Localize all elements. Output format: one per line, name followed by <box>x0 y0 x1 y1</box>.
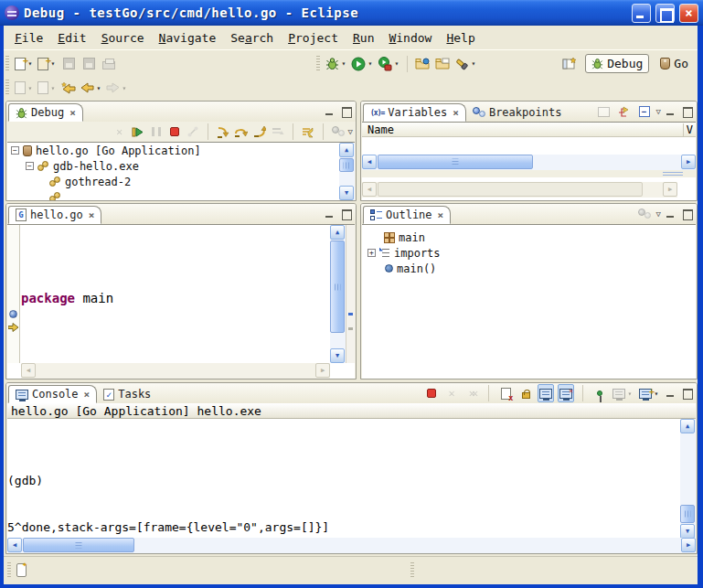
minimize-view-button[interactable] <box>665 208 677 219</box>
terminate-button[interactable] <box>166 123 183 141</box>
tree-row-partial[interactable] <box>7 189 355 201</box>
menu-window[interactable]: Window <box>381 28 439 48</box>
scroll-right-button[interactable]: ▶ <box>663 182 677 197</box>
tab-debug[interactable]: Debug × <box>8 103 83 122</box>
minimize-view-button[interactable] <box>324 106 336 117</box>
scroll-thumb[interactable] <box>378 155 533 169</box>
variables-horizontal-scrollbar[interactable]: ◀ ▶ <box>362 155 696 170</box>
show-type-names-button[interactable] <box>596 102 612 121</box>
tab-outline[interactable]: Outline × <box>363 206 451 224</box>
remove-launch-button[interactable]: ✕ <box>443 384 460 402</box>
collapse-all-button[interactable]: − <box>636 102 653 121</box>
new-wizard-button[interactable]: +▾ <box>13 53 36 75</box>
open-perspective-button[interactable] <box>559 52 580 74</box>
menu-search[interactable]: Search <box>223 28 281 48</box>
close-icon[interactable]: × <box>69 107 76 119</box>
console-vertical-scrollbar[interactable]: ▲ ▼ <box>680 419 696 539</box>
window-maximize-button[interactable] <box>655 4 675 23</box>
scroll-up-button[interactable]: ▲ <box>339 143 354 157</box>
use-step-filters-button[interactable] <box>300 123 316 141</box>
step-return-button[interactable] <box>251 123 268 141</box>
remove-terminated-button[interactable]: ✕ <box>112 123 128 141</box>
forward-button[interactable]: ▾ <box>104 77 130 99</box>
maximize-view-button[interactable] <box>681 106 694 117</box>
view-menu-icon[interactable]: ▽ <box>656 107 661 116</box>
statusbar-handle[interactable] <box>410 562 414 579</box>
overview-ruler[interactable] <box>346 225 355 363</box>
new-folder-button[interactable]: +▾ <box>36 53 59 75</box>
window-close-button[interactable]: × <box>679 4 698 23</box>
menu-navigate[interactable]: Navigate <box>152 28 224 48</box>
next-annotation-button[interactable]: ▾ <box>13 77 36 99</box>
editor-marker-ruler[interactable] <box>7 225 20 363</box>
add-global-variables-button[interactable] <box>616 102 633 121</box>
editor-vertical-scrollbar[interactable]: ▲ ▼ <box>330 225 346 363</box>
tree-row[interactable]: main <box>362 230 696 245</box>
drop-to-frame-button[interactable] <box>270 123 286 141</box>
debug-vertical-scrollbar[interactable]: ▲ ▼ <box>339 143 355 200</box>
run-launch-button[interactable]: ▾ <box>349 53 376 75</box>
expand-expander-icon[interactable]: + <box>367 249 376 257</box>
tab-hello-go[interactable]: G hello.go × <box>8 206 101 224</box>
scroll-right-button[interactable]: ▶ <box>681 155 696 169</box>
minimize-view-button[interactable] <box>665 106 677 117</box>
debug-launch-button[interactable]: ▾ <box>324 53 349 75</box>
back-button[interactable]: ▾ <box>79 77 104 99</box>
console-horizontal-scrollbar[interactable]: ◀ ▶ <box>7 538 696 553</box>
menu-project[interactable]: Project <box>281 28 346 48</box>
scroll-thumb[interactable] <box>378 182 643 197</box>
maximize-view-button[interactable] <box>340 106 353 117</box>
show-stderr-button[interactable]: ✕ <box>558 384 574 402</box>
tab-tasks[interactable]: ✓ Tasks <box>97 385 157 403</box>
scroll-left-button[interactable]: ◀ <box>21 363 36 378</box>
scroll-down-button[interactable]: ▼ <box>680 524 695 539</box>
editor-horizontal-scrollbar[interactable]: ◀ ▶ <box>21 363 330 379</box>
scroll-thumb[interactable] <box>680 505 695 523</box>
previous-annotation-button[interactable]: ▾ <box>36 77 59 99</box>
menu-edit[interactable]: Edit <box>50 28 93 48</box>
open-element-button[interactable] <box>412 53 432 75</box>
toolbar-drag-handle[interactable] <box>316 56 320 72</box>
last-edit-location-button[interactable] <box>59 77 79 99</box>
console-terminate-button[interactable] <box>423 384 440 402</box>
scroll-thumb[interactable] <box>23 538 134 552</box>
scroll-right-button[interactable]: ▶ <box>681 538 696 552</box>
tree-row[interactable]: − hello.go [Go Application] <box>7 143 355 158</box>
tab-breakpoints[interactable]: Breakpoints <box>466 103 568 122</box>
open-console-button[interactable]: +▾ <box>638 384 661 402</box>
search-button[interactable]: ▾ <box>453 53 479 75</box>
external-tools-button[interactable]: ▾ <box>376 53 402 75</box>
menu-source[interactable]: Source <box>94 28 152 48</box>
open-resource-button[interactable] <box>432 53 453 75</box>
outline-tree[interactable]: main + imports main() <box>362 224 696 379</box>
menu-run[interactable]: Run <box>346 28 381 48</box>
detail-horizontal-scrollbar[interactable]: ◀ ▶ <box>362 182 677 198</box>
tab-console[interactable]: Console × <box>8 385 97 403</box>
debug-tree[interactable]: − hello.go [Go Application] − gdb-hello.… <box>7 142 355 200</box>
minimize-view-button[interactable] <box>324 208 336 219</box>
step-over-button[interactable] <box>233 123 250 141</box>
detail-pane-sash[interactable] <box>362 170 696 177</box>
collapse-expander-icon[interactable]: − <box>11 146 19 155</box>
toolbar-drag-handle[interactable] <box>5 80 9 96</box>
display-selected-console-button[interactable]: ▾ <box>612 384 634 402</box>
tab-variables[interactable]: (x)= Variables × <box>363 103 466 122</box>
tree-row[interactable]: − gdb-hello.exe <box>7 158 355 174</box>
link-with-editor-button[interactable] <box>636 205 653 223</box>
tree-row[interactable]: main() <box>362 261 696 276</box>
menu-file[interactable]: File <box>7 28 50 48</box>
scroll-left-button[interactable]: ◀ <box>362 155 377 169</box>
window-minimize-button[interactable] <box>632 4 651 23</box>
code-editor[interactable]: package main import "fmt" func main() { … <box>21 225 330 363</box>
view-menu-icon[interactable]: ▽ <box>656 209 661 219</box>
menu-help[interactable]: Help <box>439 28 482 48</box>
scroll-lock-button[interactable] <box>517 384 534 402</box>
column-header-name[interactable]: Name <box>362 123 394 136</box>
scroll-left-button[interactable]: ◀ <box>7 538 22 552</box>
column-header-value[interactable]: V <box>683 123 696 136</box>
remove-all-launches-button[interactable]: ✕✕ <box>463 384 480 402</box>
scroll-down-button[interactable]: ▼ <box>330 348 345 363</box>
perspective-go-button[interactable]: Go <box>655 55 694 72</box>
close-icon[interactable]: × <box>453 107 459 119</box>
collapse-expander-icon[interactable]: − <box>26 162 34 170</box>
